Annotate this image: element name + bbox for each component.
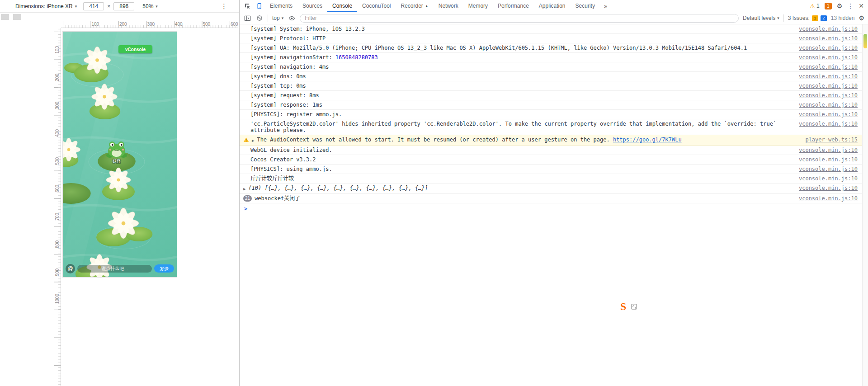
log-levels-dropdown[interactable]: Default levels ▾ xyxy=(743,15,779,21)
viewport-height-input[interactable] xyxy=(113,2,134,10)
context-selector[interactable]: top ▾ xyxy=(272,15,283,21)
console-message: [system] tcp: 0ms vconsole.min.js:10 xyxy=(240,81,862,91)
console-message: 'cc.ParticleSystem2D.color' hides inheri… xyxy=(240,119,862,135)
console-prompt[interactable]: > xyxy=(240,203,862,214)
source-link[interactable]: vconsole.min.js:10 xyxy=(799,121,858,127)
console-scrollbar[interactable] xyxy=(862,24,868,386)
source-link[interactable]: vconsole.min.js:10 xyxy=(799,35,858,42)
device-toolbar: Dimensions: iPhone XR ▾ × 50% ▾ ⋮ xyxy=(0,0,239,13)
mention-icon[interactable]: @ xyxy=(66,264,75,273)
console-message: [system] request: 8ms vconsole.min.js:10 xyxy=(240,91,862,100)
source-link[interactable]: vconsole.min.js:10 xyxy=(799,83,858,89)
devtools-panel: Elements Sources Console CoconuTool Reco… xyxy=(240,0,868,386)
console-output: [system] System: iPhone, iOS 13.2.3 vcon… xyxy=(240,24,862,386)
source-link[interactable]: vconsole.min.js:10 xyxy=(799,111,858,118)
chevron-down-icon: ▾ xyxy=(282,16,284,20)
ruler-label: 100 xyxy=(55,46,60,54)
device-toolbar-menu-icon[interactable]: ⋮ xyxy=(221,2,227,10)
devtools-menu-icon[interactable]: ⋮ xyxy=(847,3,854,9)
source-link[interactable]: vconsole.min.js:10 xyxy=(799,73,858,80)
tab-sources[interactable]: Sources xyxy=(297,0,327,12)
source-link[interactable]: vconsole.min.js:10 xyxy=(799,195,858,202)
extension-s-logo[interactable]: S xyxy=(620,301,626,312)
source-link[interactable]: vconsole.min.js:10 xyxy=(799,45,858,51)
tab-network[interactable]: Network xyxy=(434,0,463,12)
source-link[interactable]: vconsole.min.js:10 xyxy=(799,185,858,191)
console-message: [system] navigation: 4ms vconsole.min.js… xyxy=(240,62,862,72)
source-link[interactable]: vconsole.min.js:10 xyxy=(799,166,858,172)
source-link[interactable]: vconsole.min.js:10 xyxy=(799,147,858,153)
tab-recorder[interactable]: Recorder▲ xyxy=(396,0,433,12)
console-message: WebGL device initialized. vconsole.min.j… xyxy=(240,146,862,155)
tab-security[interactable]: Security xyxy=(571,0,600,12)
live-expression-eye-icon[interactable] xyxy=(288,14,296,22)
console-message: [PHYSICS]: using ammo.js. vconsole.min.j… xyxy=(240,165,862,174)
chat-input[interactable] xyxy=(77,265,152,273)
source-link[interactable]: vconsole.min.js:10 xyxy=(799,102,858,108)
source-link[interactable]: vconsole.min.js:10 xyxy=(799,156,858,163)
close-devtools-icon[interactable]: ✕ xyxy=(859,3,864,9)
console-sidebar-icon[interactable] xyxy=(243,14,251,22)
devtools-tabbar: Elements Sources Console CoconuTool Reco… xyxy=(240,0,868,12)
console-filter-input[interactable] xyxy=(300,14,739,23)
console-message: [system] Protocol: HTTP vconsole.min.js:… xyxy=(240,34,862,43)
source-link[interactable]: vconsole.min.js:10 xyxy=(799,175,858,182)
source-link[interactable]: vconsole.min.js:10 xyxy=(799,26,858,32)
console-message: [PHYSICS]: register ammo.js. vconsole.mi… xyxy=(240,110,862,119)
chevron-down-icon: ▾ xyxy=(156,4,158,9)
hidden-messages-count[interactable]: 13 hidden xyxy=(831,15,855,21)
tab-console[interactable]: Console xyxy=(327,0,357,12)
device-emulation-pane: Dimensions: iPhone XR ▾ × 50% ▾ ⋮ 100 20… xyxy=(0,0,240,386)
console-array-message: ▶ (10) [{…}, {…}, {…}, {…}, {…}, {…}, {…… xyxy=(240,184,862,194)
capture-tool-icon[interactable] xyxy=(630,303,637,310)
device-type-dropdown[interactable]: Dimensions: iPhone XR ▾ xyxy=(15,3,77,9)
issue-info-chip: 2 xyxy=(821,15,827,21)
window-fragment xyxy=(13,14,21,20)
source-link[interactable]: player-web.ts:15 xyxy=(805,137,858,143)
scrollbar-thumb[interactable] xyxy=(863,34,867,48)
external-link[interactable]: https://goo.gl/7K7WLu xyxy=(613,137,682,143)
expand-arrow-icon[interactable]: ▶ xyxy=(243,186,245,192)
console-message: 斤斤计较斤斤计较 vconsole.min.js:10 xyxy=(240,174,862,184)
ruler-label: 300 xyxy=(147,22,155,27)
more-tabs-icon[interactable]: » xyxy=(600,3,611,9)
settings-gear-icon[interactable]: ⚙ xyxy=(837,3,843,9)
issues-counter[interactable]: 3 Issues: 1 2 xyxy=(788,15,827,21)
ruler-label: 800 xyxy=(55,240,60,248)
ruler-label: 500 xyxy=(55,157,60,165)
console-message: [system] navigationStart: 1650848280783 … xyxy=(240,53,862,62)
tab-performance[interactable]: Performance xyxy=(493,0,534,12)
pond-game-scene: 妖怪 xyxy=(63,32,177,277)
ruler-label: 200 xyxy=(119,22,127,27)
source-link[interactable]: vconsole.min.js:10 xyxy=(799,92,858,99)
ruler-label: 1000 xyxy=(55,294,60,304)
tab-coconutool[interactable]: CoconuTool xyxy=(357,0,396,12)
console-message: [system] dns: 0ms vconsole.min.js:10 xyxy=(240,72,862,81)
errors-counter[interactable]: 1 xyxy=(825,3,832,9)
source-link[interactable]: vconsole.min.js:10 xyxy=(799,54,858,61)
console-settings-gear-icon[interactable]: ⚙ xyxy=(859,15,864,21)
device-toolbar-toggle-icon[interactable] xyxy=(253,0,265,12)
dimensions-separator: × xyxy=(107,3,110,9)
tab-elements[interactable]: Elements xyxy=(265,0,297,12)
separator xyxy=(783,14,784,22)
frog-name-label: 妖怪 xyxy=(113,159,121,164)
send-button[interactable]: 发送 xyxy=(154,264,174,273)
tab-memory[interactable]: Memory xyxy=(463,0,493,12)
prompt-chevron-icon: > xyxy=(244,206,247,212)
clear-console-icon[interactable] xyxy=(255,14,264,22)
chevron-down-icon: ▾ xyxy=(75,4,77,9)
zoom-dropdown[interactable]: 50% ▾ xyxy=(142,3,158,9)
ruler-label: 600 xyxy=(55,185,60,193)
source-link[interactable]: vconsole.min.js:10 xyxy=(799,64,858,70)
warnings-counter[interactable]: ⚠ 1 xyxy=(810,3,819,9)
expand-arrow-icon[interactable]: ▶ xyxy=(252,137,254,144)
vconsole-button[interactable]: vConsole xyxy=(118,45,152,53)
console-warning-message: ▶ The AudioContext was not allowed to st… xyxy=(240,135,862,146)
ruler-label: 400 xyxy=(55,129,60,137)
viewport-width-input[interactable] xyxy=(83,2,104,10)
chevron-down-icon: ▾ xyxy=(777,16,779,20)
tab-application[interactable]: Application xyxy=(534,0,571,12)
inspect-element-icon[interactable] xyxy=(241,0,253,12)
horizontal-ruler: 100 200 300 400 500 600 xyxy=(61,21,238,28)
